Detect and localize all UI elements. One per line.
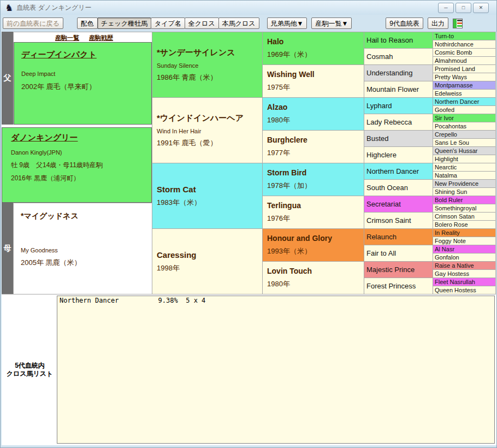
pedigree-cell-g4-11[interactable]: Secretariat: [364, 196, 433, 212]
pedigree-cell-g5-16[interactable]: Highlight: [433, 155, 495, 163]
horse-name: Relaunch: [364, 233, 397, 241]
toggle-type-mei[interactable]: タイプ名: [151, 17, 185, 29]
pedigree-cell-g5-31[interactable]: Fleet Nasrullah: [433, 278, 495, 286]
horse-name: South Ocean: [364, 184, 408, 192]
pedigree-cell-g5-27[interactable]: Al Nasr: [433, 245, 495, 253]
horse-name: Halo: [267, 37, 364, 46]
horse-name[interactable]: ディープインパクト: [21, 50, 151, 60]
pedigree-cell-g5-30[interactable]: Gay Hostess: [433, 269, 495, 278]
toggle-haishoku[interactable]: 配色: [77, 17, 98, 29]
pedigree-cell-g5-8[interactable]: Edelweiss: [433, 89, 495, 97]
pedigree-cell-g5-19[interactable]: New Providence: [433, 179, 495, 187]
pedigree-cell-g5-29[interactable]: Raise a Native: [433, 261, 495, 269]
pedigree-cell-g2-4[interactable]: Caressing1998年: [152, 228, 262, 294]
pedigree-cell-g5-22[interactable]: Somethingroyal: [433, 204, 495, 212]
pedigree-cell-g5-28[interactable]: Gonfalon: [433, 253, 495, 261]
horse-year: 1993年（米）: [267, 246, 364, 256]
close-button[interactable]: ✕: [473, 3, 489, 13]
pedigree-cell-g3-2[interactable]: Wishing Well1975年: [262, 64, 364, 97]
horse-name: Highclere: [364, 151, 397, 159]
subject-name[interactable]: ダノンキングリー: [11, 133, 151, 143]
pedigree-cell-g5-6[interactable]: Pretty Ways: [433, 73, 495, 81]
pedigree-cell-g5-1[interactable]: Turn-to: [433, 32, 495, 40]
pedigree-cell-g3-4[interactable]: Burghclere1977年: [262, 130, 364, 163]
horse-name: Goofed: [433, 107, 454, 113]
pedigree-cell-g4-7[interactable]: Busted: [364, 130, 433, 146]
pedigree-cell-g3-8[interactable]: Lovin Touch1980年: [262, 261, 364, 294]
pedigree-cell-g4-16[interactable]: Forest Princess: [364, 278, 433, 294]
pedigree-cell-g5-26[interactable]: Foggy Note: [433, 237, 495, 245]
pedigree-cell-g2-3[interactable]: Storm Cat1983年（米）: [152, 163, 262, 228]
pedigree-cell-g5-4[interactable]: Almahmoud: [433, 56, 495, 64]
pedigree-cell-g4-12[interactable]: Crimson Saint: [364, 212, 433, 228]
pedigree-cell-g4-1[interactable]: Hail to Reason: [364, 32, 433, 48]
pedigree-cell-g2-1[interactable]: *サンデーサイレンスSunday Silence1986年 青鹿（米）: [152, 32, 262, 97]
pedigree-cell-g4-13[interactable]: Relaunch: [364, 228, 433, 245]
pedigree-cell-g3-3[interactable]: Alzao1980年: [262, 97, 364, 130]
action-button-group: 9代血統表出力: [386, 17, 448, 29]
dropdown-sanku-ichiran[interactable]: 産駒一覧▼: [311, 17, 352, 29]
pedigree-cell-g5-14[interactable]: Sans Le Sou: [433, 138, 495, 146]
pedigree-cell-g4-6[interactable]: Lady Rebecca: [364, 114, 433, 130]
pedigree-cell-g4-2[interactable]: Cosmah: [364, 48, 433, 64]
pedigree-cell-g4-10[interactable]: South Ocean: [364, 179, 433, 196]
pedigree-cell-g5-11[interactable]: Sir Ivor: [433, 114, 495, 122]
toggle-zen-cross[interactable]: 全クロス: [185, 17, 219, 29]
pedigree-cell-g5-13[interactable]: Crepello: [433, 130, 495, 138]
pedigree-cell-g4-5[interactable]: Lyphard: [364, 97, 433, 114]
pedigree-cell-g5-17[interactable]: Nearctic: [433, 163, 495, 171]
pedigree-cell-g4-15[interactable]: Majestic Prince: [364, 261, 433, 278]
button-9dai-kettohyou[interactable]: 9代血統表: [386, 17, 423, 29]
pedigree-cell-g4-4[interactable]: Mountain Flower: [364, 81, 433, 97]
horse-name: Sir Ivor: [433, 115, 454, 121]
pedigree-cell-father[interactable]: ディープインパクト Deep Impact 2002年 鹿毛（早来町）: [14, 42, 152, 125]
pedigree-cell-g4-14[interactable]: Fair to All: [364, 245, 433, 261]
pedigree-cell-g5-5[interactable]: Promised Land: [433, 64, 495, 73]
dropdown-kyodai-uma-hoka[interactable]: 兄弟馬他▼: [267, 17, 307, 29]
pedigree-cell-g3-5[interactable]: Storm Bird1978年（加）: [262, 163, 364, 196]
pedigree-cell-g5-25[interactable]: In Reality: [433, 228, 495, 237]
pedigree-cell-g5-23[interactable]: Crimson Satan: [433, 212, 495, 220]
pedigree-cell-g5-20[interactable]: Shining Sun: [433, 187, 495, 196]
app-icon: ♞: [5, 3, 13, 13]
pedigree-cell-g2-2[interactable]: *ウインドインハーヘアWind In Her Hair1991年 鹿毛（愛）: [152, 97, 262, 163]
horse-name: Queen Hostess: [433, 287, 476, 293]
pedigree-cell-g3-7[interactable]: Honour and Glory1993年（米）: [262, 228, 364, 261]
pedigree-cell-g5-12[interactable]: Pocahontas: [433, 122, 495, 130]
pedigree-cell-g3-1[interactable]: Halo1969年（米）: [262, 32, 364, 64]
back-button[interactable]: 前の血統表に戻る: [3, 17, 63, 29]
pedigree-cell-g5-18[interactable]: Natalma: [433, 171, 495, 179]
pedigree-cell-g4-8[interactable]: Highclere: [364, 146, 433, 163]
pedigree-cell-g5-7[interactable]: Montparnasse: [433, 81, 495, 89]
pedigree-cell-g5-3[interactable]: Cosmic Bomb: [433, 48, 495, 56]
pedigree-cell-g3-6[interactable]: Terlingua1976年: [262, 196, 364, 228]
cross-list-label: 5代血統内 クロス馬リスト: [3, 362, 56, 378]
horse-name: Burghclere: [267, 135, 364, 144]
horse-name: Pocahontas: [433, 123, 466, 129]
pedigree-cell-g5-10[interactable]: Goofed: [433, 105, 495, 114]
dropdown-button-group: 兄弟馬他▼産駒一覧▼: [267, 17, 352, 29]
pedigree-cell-g4-3[interactable]: Understanding: [364, 64, 433, 81]
cross-list-text[interactable]: Northern Dancer 9.38% 5 x 4: [57, 296, 495, 444]
minimize-button[interactable]: ─: [438, 3, 454, 13]
pedigree-cell-g5-21[interactable]: Bold Ruler: [433, 196, 495, 204]
pedigree-cell-g4-9[interactable]: Northern Dancer: [364, 163, 433, 179]
pedigree-cell-g5-9[interactable]: Northern Dancer: [433, 97, 495, 105]
toggle-check-shuboba[interactable]: チェック種牡馬: [97, 17, 151, 29]
pedigree-cell-g5-15[interactable]: Queen's Hussar: [433, 146, 495, 155]
pedigree-cell-g5-24[interactable]: Bolero Rose: [433, 220, 495, 228]
pedigree-cell-g5-2[interactable]: Nothirdchance: [433, 40, 495, 48]
button-shutsuryoku[interactable]: 出力: [428, 17, 448, 29]
pedigree-cell-g5-32[interactable]: Queen Hostess: [433, 286, 495, 294]
horse-name: New Providence: [433, 180, 478, 187]
link-sanku-senreki[interactable]: 産駒戦歴: [89, 34, 113, 42]
pedigree-cell-mother[interactable]: *マイグッドネス My Goodness 2005年 黒鹿（米）: [13, 203, 152, 294]
subject-box[interactable]: ダノンキングリー Danon Kingly(JPN) 牡 9歳 父14歳・母11…: [2, 127, 152, 203]
horse-name: Alzao: [267, 103, 364, 111]
mini-pedigree-icon[interactable]: [453, 19, 463, 28]
maximize-button[interactable]: □: [455, 3, 471, 13]
link-sanku-ichiran[interactable]: 産駒一覧: [55, 34, 79, 42]
toggle-honba-cross[interactable]: 本馬クロス: [218, 17, 259, 29]
horse-name: Terlingua: [267, 201, 364, 210]
mother-label-text: 母: [4, 244, 11, 254]
